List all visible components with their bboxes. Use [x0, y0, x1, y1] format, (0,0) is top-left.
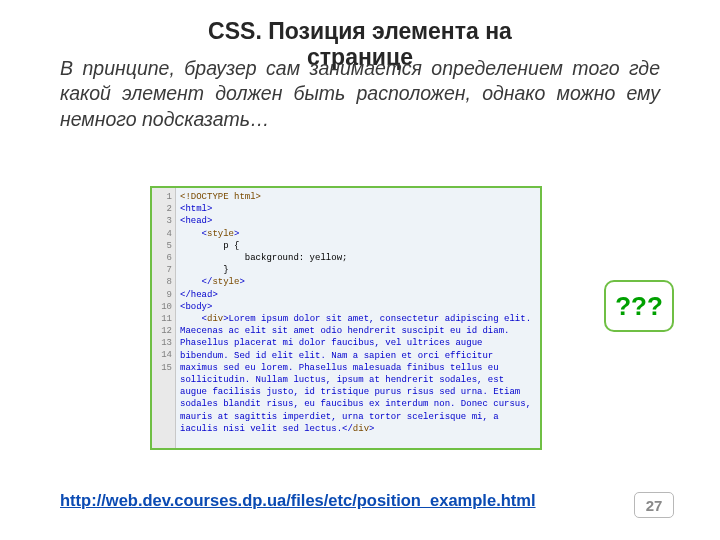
question-badge: ???: [604, 280, 674, 332]
title-line1: CSS. Позиция элемента на: [208, 18, 512, 44]
example-link[interactable]: http://web.dev.courses.dp.ua/files/etc/p…: [60, 491, 536, 510]
code-content: <!DOCTYPE html> <html> <head> <style> p …: [176, 188, 540, 448]
page-number-badge: 27: [634, 492, 674, 518]
line-number-gutter: 123456789101112131415: [152, 188, 176, 448]
code-screenshot: 123456789101112131415 <!DOCTYPE html> <h…: [150, 186, 542, 450]
intro-paragraph: В принципе, браузер сам занимается опред…: [60, 56, 660, 132]
